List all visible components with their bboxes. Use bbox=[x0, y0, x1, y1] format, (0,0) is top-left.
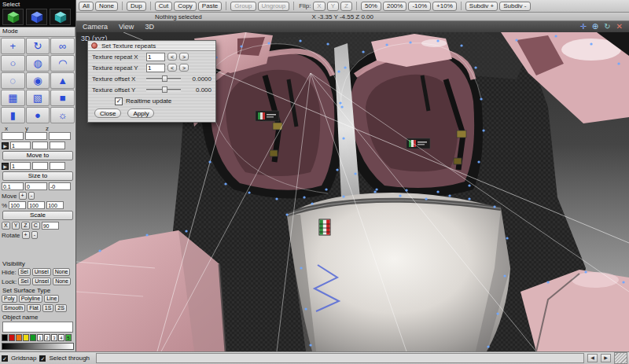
repeat-x-increment-button[interactable]: > bbox=[179, 53, 189, 61]
scale-y-field[interactable] bbox=[28, 201, 45, 209]
realtime-update-checkbox[interactable]: ✓ bbox=[115, 97, 123, 105]
size-to-value-field[interactable] bbox=[10, 162, 31, 170]
offset-x-slider[interactable] bbox=[146, 75, 181, 82]
move-minus-button[interactable]: - bbox=[28, 192, 35, 200]
2s-button[interactable]: 2S bbox=[55, 304, 67, 312]
smooth-button[interactable]: Smooth bbox=[2, 304, 25, 312]
repeat-y-decrement-button[interactable]: < bbox=[167, 64, 177, 72]
rotate-z-button[interactable]: Z bbox=[21, 222, 29, 230]
zoom-50-button[interactable]: 50% bbox=[361, 2, 381, 11]
wire-sphere-tool-icon[interactable]: ◍ bbox=[26, 55, 50, 72]
hide-unsel-button[interactable]: Unsel bbox=[32, 268, 51, 276]
rotate-minus-button[interactable]: - bbox=[31, 231, 38, 239]
palette-slot-3[interactable]: 3 bbox=[51, 334, 57, 341]
hide-none-button[interactable]: None bbox=[53, 268, 71, 276]
cube-tool-icon[interactable]: ■ bbox=[50, 90, 75, 106]
axis-y-field[interactable] bbox=[25, 132, 47, 140]
apply-button[interactable]: Apply bbox=[127, 108, 154, 118]
dup-button[interactable]: Dup bbox=[127, 2, 146, 11]
lock-sel-button[interactable]: Sel bbox=[18, 278, 31, 285]
geosphere-tool-icon[interactable]: ◉ bbox=[26, 72, 50, 89]
color-swatch-yellow[interactable] bbox=[23, 334, 29, 341]
axis-x-field[interactable] bbox=[2, 132, 24, 140]
size-to-z-field[interactable] bbox=[50, 162, 65, 170]
flip-x-button[interactable]: X bbox=[313, 2, 325, 11]
move-to-button[interactable]: Move to bbox=[2, 151, 73, 160]
paste-button[interactable]: Paste bbox=[198, 2, 222, 11]
move-step-y-field[interactable] bbox=[25, 182, 47, 190]
move-to-z-field[interactable] bbox=[50, 142, 65, 149]
palette-slot-2[interactable]: 2 bbox=[44, 334, 50, 341]
dialog-titlebar[interactable]: Set Texture repeats bbox=[88, 41, 215, 51]
1s-button[interactable]: 1S bbox=[42, 304, 54, 312]
ungroup-button[interactable]: Ungroup bbox=[258, 2, 290, 11]
resize-grip[interactable] bbox=[614, 352, 627, 364]
repeat-x-decrement-button[interactable]: < bbox=[167, 53, 177, 61]
line-button[interactable]: Line bbox=[44, 295, 59, 303]
close-button[interactable]: Close bbox=[94, 108, 121, 118]
camera-menu[interactable]: Camera bbox=[83, 23, 108, 31]
cone-tool-icon[interactable]: ▲ bbox=[50, 72, 75, 89]
color-swatch-black[interactable] bbox=[2, 334, 8, 341]
texture-repeat-x-field[interactable] bbox=[146, 53, 165, 61]
dialog-close-icon[interactable] bbox=[91, 42, 97, 49]
group-button[interactable]: Group bbox=[230, 2, 256, 11]
ring-tool-icon[interactable]: ◌ bbox=[1, 72, 25, 89]
scroll-left-icon[interactable]: ◀ bbox=[587, 354, 598, 362]
none-button[interactable]: None bbox=[95, 2, 118, 11]
zoom-minus10-button[interactable]: -10% bbox=[408, 2, 431, 11]
grid-plane-tool-icon[interactable]: ▦ bbox=[1, 90, 25, 106]
rotate-tool-icon[interactable]: ↻ bbox=[26, 38, 50, 54]
lock-none-button[interactable]: None bbox=[53, 278, 71, 285]
sphere-tool-icon[interactable]: ● bbox=[26, 107, 50, 123]
repeat-y-increment-button[interactable]: > bbox=[179, 64, 189, 72]
cylinder-tool-icon[interactable]: ▮ bbox=[1, 107, 25, 123]
color-swatch-red[interactable] bbox=[9, 334, 15, 341]
hide-sel-button[interactable]: Sel bbox=[18, 268, 31, 276]
scale-z-field[interactable] bbox=[46, 201, 64, 209]
rotate-x-button[interactable]: X bbox=[2, 222, 10, 230]
face-mode-cube-icon[interactable] bbox=[50, 9, 71, 25]
move-to-value-field[interactable] bbox=[10, 142, 31, 149]
rotate-y-button[interactable]: Y bbox=[12, 222, 20, 230]
poly-button[interactable]: Poly bbox=[2, 295, 17, 303]
move-plus-button[interactable]: + bbox=[19, 192, 27, 200]
zoom-icon[interactable]: ⊕ bbox=[592, 23, 598, 31]
cut-button[interactable]: Cut bbox=[155, 2, 172, 11]
subdiv-plus-button[interactable]: Subdiv + bbox=[465, 2, 498, 11]
offset-y-slider[interactable] bbox=[146, 86, 181, 93]
scroll-right-icon[interactable]: ▶ bbox=[601, 354, 611, 362]
zoom-200-button[interactable]: 200% bbox=[383, 2, 406, 11]
view-menu[interactable]: View bbox=[119, 23, 134, 31]
color-swatch-green[interactable] bbox=[30, 334, 36, 341]
flat-button[interactable]: Flat bbox=[27, 304, 41, 312]
3d-menu[interactable]: 3D bbox=[145, 23, 154, 31]
texture-repeat-y-field[interactable] bbox=[146, 64, 165, 72]
object-name-field[interactable] bbox=[2, 322, 73, 333]
gridsnap-checkbox[interactable] bbox=[2, 355, 8, 362]
palette-slot-1[interactable]: 1 bbox=[37, 334, 43, 341]
copy-button[interactable]: Copy bbox=[174, 2, 197, 11]
vertex-mode-cube-icon[interactable] bbox=[2, 9, 24, 25]
close-view-icon[interactable]: ✕ bbox=[616, 23, 623, 31]
pan-icon[interactable]: ✛ bbox=[579, 23, 586, 31]
palette-slot-4[interactable]: 4 bbox=[58, 334, 64, 341]
move-step-x-field[interactable] bbox=[2, 182, 24, 190]
move-to-y-field[interactable] bbox=[32, 142, 48, 149]
palette-slot-5[interactable]: 5 bbox=[65, 334, 72, 341]
light-tool-icon[interactable]: ☼ bbox=[50, 107, 75, 123]
flip-y-button[interactable]: Y bbox=[327, 2, 339, 11]
rotate-angle-field[interactable] bbox=[42, 222, 59, 230]
move-step-z-field[interactable] bbox=[49, 182, 71, 190]
wire-cube-tool-icon[interactable]: ▧ bbox=[26, 90, 50, 106]
subdiv-minus-button[interactable]: Subdiv - bbox=[499, 2, 530, 11]
size-to-link-toggle[interactable]: ▶ bbox=[2, 163, 9, 170]
arc-tool-icon[interactable]: ◠ bbox=[50, 55, 75, 72]
axis-z-field[interactable] bbox=[49, 132, 71, 140]
lock-unsel-button[interactable]: Unsel bbox=[32, 278, 51, 285]
zoom-plus10-button[interactable]: +10% bbox=[432, 2, 457, 11]
move-to-link-toggle[interactable]: ▶ bbox=[2, 142, 9, 149]
rotate-c-button[interactable]: C bbox=[31, 222, 40, 230]
all-button[interactable]: All bbox=[79, 2, 94, 11]
size-to-y-field[interactable] bbox=[32, 162, 48, 170]
